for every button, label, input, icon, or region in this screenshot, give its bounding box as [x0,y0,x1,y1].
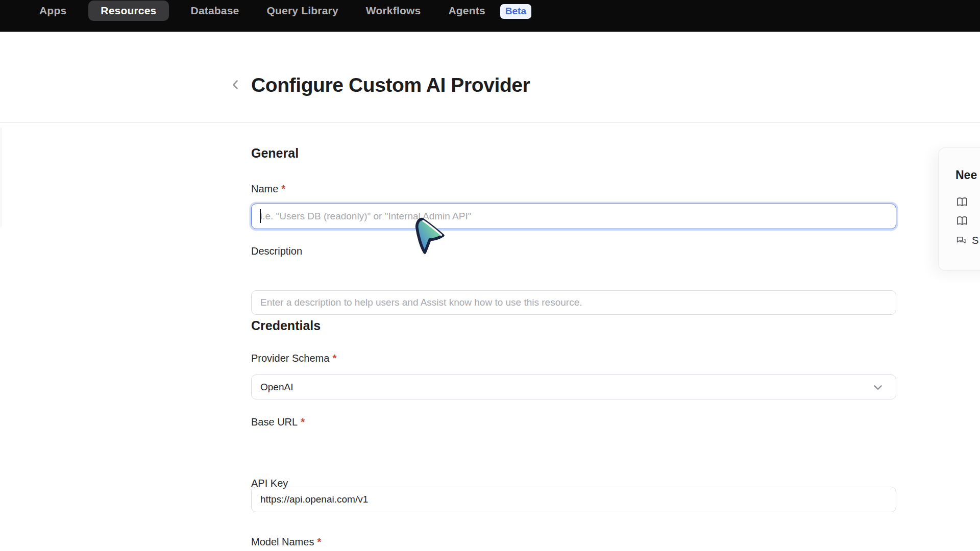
underlying-page-edge [1,128,2,227]
description-input[interactable] [251,290,896,315]
help-link-label: S [972,235,978,246]
provider-schema-label: Provider Schema* [251,353,896,364]
help-panel: Nee S [938,147,980,271]
nav-item-agents[interactable]: Agents [443,1,491,21]
help-link-support[interactable]: S [955,235,978,246]
page-title: Configure Custom AI Provider [251,72,530,98]
model-names-label: Model Names* [251,536,896,548]
general-section-heading: General [251,146,896,161]
description-label: Description [251,245,896,257]
required-asterisk: * [281,183,285,194]
header-divider [0,122,980,123]
base-url-input-wrap [251,487,896,512]
description-input-wrap [251,290,896,315]
api-key-label: API Key [251,478,896,489]
name-input[interactable] [251,204,896,229]
book-icon [955,196,969,209]
required-asterisk: * [301,416,305,428]
base-url-label: Base URL* [251,416,896,428]
top-nav: Apps Resources Database Query Library Wo… [0,0,980,32]
chat-icon [955,235,967,246]
nav-item-resources[interactable]: Resources [88,1,168,21]
chevron-down-icon [871,381,885,394]
text-caret [260,209,261,223]
required-asterisk: * [332,353,336,364]
provider-schema-value: OpenAI [260,382,293,393]
nav-item-database[interactable]: Database [185,1,245,21]
base-url-input[interactable] [251,487,896,512]
nav-item-workflows[interactable]: Workflows [360,1,427,21]
help-panel-heading: Nee [955,168,977,182]
help-link-docs-2[interactable] [955,215,969,228]
help-link-docs-1[interactable] [955,196,969,209]
provider-schema-select-wrap: OpenAI [251,374,896,399]
back-chevron-icon[interactable] [229,78,243,92]
name-label: Name* [251,183,896,195]
credentials-section-heading: Credentials [251,318,896,333]
book-icon [955,215,969,228]
nav-item-apps[interactable]: Apps [34,1,72,21]
nav-item-query-library[interactable]: Query Library [261,1,344,21]
required-asterisk: * [317,536,321,547]
provider-schema-select[interactable]: OpenAI [251,374,896,399]
name-input-wrap [251,204,896,229]
beta-badge: Beta [500,4,531,19]
